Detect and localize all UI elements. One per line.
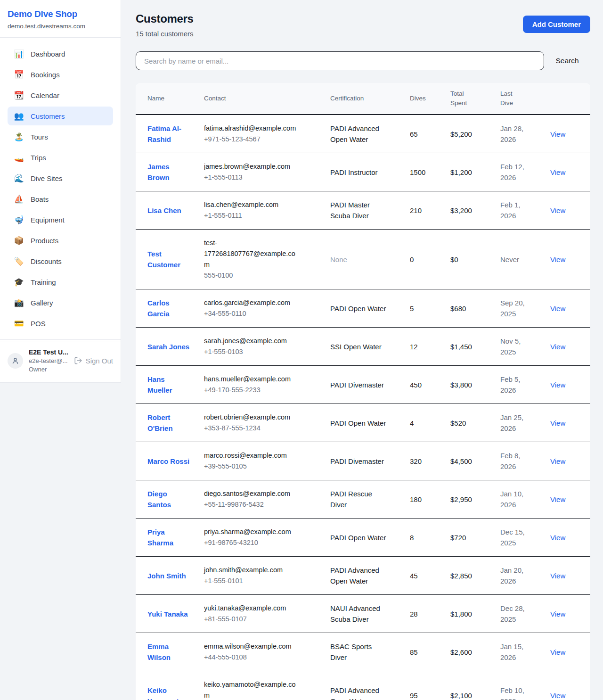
view-customer-link[interactable]: View xyxy=(550,206,565,214)
sidebar-item-label: Trips xyxy=(31,154,46,162)
table-row: Robert O'Brien robert.obrien@example.com… xyxy=(136,404,590,442)
sidebar-item-discounts[interactable]: 🏷️ Discounts xyxy=(8,252,113,271)
view-customer-link[interactable]: View xyxy=(550,305,565,313)
view-customer-link[interactable]: View xyxy=(550,572,565,580)
customer-name-link[interactable]: Lisa Chen xyxy=(147,206,181,214)
customer-total-spent: $680 xyxy=(450,289,500,328)
customer-last-dive: Jan 20, 2026 xyxy=(500,557,550,595)
view-customer-link[interactable]: View xyxy=(550,610,565,618)
customer-name-link[interactable]: Diego Santos xyxy=(147,490,171,509)
customer-email: lisa.chen@example.com xyxy=(204,199,299,210)
sidebar-item-label: Discounts xyxy=(31,257,62,265)
view-customer-link[interactable]: View xyxy=(550,457,565,465)
view-customer-link[interactable]: View xyxy=(550,534,565,542)
user-role: Owner xyxy=(29,366,72,373)
table-row: Hans Mueller hans.mueller@example.com +4… xyxy=(136,366,590,404)
customer-last-dive: Never xyxy=(500,230,550,289)
table-header-row: Name Contact Certification Dives Total S… xyxy=(136,83,590,115)
view-customer-link[interactable]: View xyxy=(550,343,565,351)
table-row: Lisa Chen lisa.chen@example.com +1-555-0… xyxy=(136,191,590,230)
view-customer-link[interactable]: View xyxy=(550,255,565,264)
table-row: Emma Wilson emma.wilson@example.com +44-… xyxy=(136,633,590,671)
sidebar-item-trips[interactable]: 🚤 Trips xyxy=(8,148,113,167)
customer-phone: +34-555-0110 xyxy=(204,308,299,319)
customer-name-link[interactable]: Marco Rossi xyxy=(147,457,189,465)
sidebar-item-calendar[interactable]: 📆 Calendar xyxy=(8,86,113,105)
customer-total-spent: $2,850 xyxy=(450,557,500,595)
customer-name-link[interactable]: John Smith xyxy=(147,572,186,580)
view-customer-link[interactable]: View xyxy=(550,130,565,138)
view-customer-link[interactable]: View xyxy=(550,495,565,503)
view-customer-link[interactable]: View xyxy=(550,168,565,176)
sidebar-item-products[interactable]: 📦 Products xyxy=(8,231,113,250)
customer-name-link[interactable]: Hans Mueller xyxy=(147,375,172,394)
customer-certification: PADI Master Scuba Diver xyxy=(330,191,410,230)
sidebar-item-tours[interactable]: 🏝️ Tours xyxy=(8,127,113,146)
customer-dives: 4 xyxy=(410,404,450,442)
sidebar-nav: 📊 Dashboard 📅 Bookings 📆 Calendar 👥 Cust… xyxy=(0,38,121,339)
customer-name-link[interactable]: James Brown xyxy=(147,163,170,181)
customer-dives: 65 xyxy=(410,115,450,153)
customer-last-dive: Dec 15, 2025 xyxy=(500,519,550,557)
customer-total-spent: $2,600 xyxy=(450,633,500,671)
view-customer-link[interactable]: View xyxy=(550,692,565,700)
customer-certification: PADI Advanced Open Water xyxy=(330,115,410,153)
customer-total-spent: $3,200 xyxy=(450,191,500,230)
table-row: Diego Santos diego.santos@example.com +5… xyxy=(136,480,590,519)
table-row: Fatima Al-Rashid fatima.alrashid@example… xyxy=(136,115,590,153)
customer-dives: 1500 xyxy=(410,153,450,191)
customer-name-link[interactable]: Keiko Yamamoto xyxy=(147,686,183,700)
customer-name-link[interactable]: Yuki Tanaka xyxy=(147,610,188,618)
customer-certification: BSAC Sports Diver xyxy=(330,633,410,671)
customer-total-spent: $720 xyxy=(450,519,500,557)
customer-certification: NAUI Advanced Scuba Diver xyxy=(330,595,410,633)
sign-out-button[interactable]: Sign Out xyxy=(74,356,113,365)
discounts-icon: 🏷️ xyxy=(13,256,24,266)
sidebar-item-pos[interactable]: 💳 POS xyxy=(8,314,113,333)
sidebar-item-bookings[interactable]: 📅 Bookings xyxy=(8,65,113,84)
customer-name-link[interactable]: Fatima Al-Rashid xyxy=(147,124,181,143)
customer-last-dive: Feb 1, 2026 xyxy=(500,191,550,230)
dive-sites-icon: 🌊 xyxy=(13,173,24,183)
customer-last-dive: Nov 5, 2025 xyxy=(500,328,550,366)
view-customer-link[interactable]: View xyxy=(550,648,565,656)
customer-name-link[interactable]: Emma Wilson xyxy=(147,642,171,661)
customer-dives: 85 xyxy=(410,633,450,671)
sidebar-item-label: Training xyxy=(31,278,56,286)
sign-out-label: Sign Out xyxy=(86,357,113,365)
customer-name-link[interactable]: Priya Sharma xyxy=(147,528,173,547)
customer-name-link[interactable]: Test Customer xyxy=(147,250,180,269)
user-info: E2E Test U... e2e-tester@... Owner xyxy=(29,348,72,373)
sidebar-item-boats[interactable]: ⛵ Boats xyxy=(8,189,113,208)
add-customer-button[interactable]: Add Customer xyxy=(523,16,590,33)
table-row: James Brown james.brown@example.com +1-5… xyxy=(136,153,590,191)
customer-last-dive: Dec 28, 2025 xyxy=(500,595,550,633)
customer-certification: PADI Rescue Diver xyxy=(330,480,410,519)
customer-phone: +81-555-0107 xyxy=(204,614,299,625)
view-customer-link[interactable]: View xyxy=(550,381,565,389)
sidebar: Demo Dive Shop demo.test.divestreams.com… xyxy=(0,0,121,383)
sidebar-item-dashboard[interactable]: 📊 Dashboard xyxy=(8,44,113,63)
customer-phone: +353-87-555-1234 xyxy=(204,423,299,434)
customer-dives: 320 xyxy=(410,442,450,480)
view-customer-link[interactable]: View xyxy=(550,419,565,427)
customer-dives: 95 xyxy=(410,671,450,700)
sidebar-item-equipment[interactable]: 🤿 Equipment xyxy=(8,210,113,229)
sidebar-item-training[interactable]: 🎓 Training xyxy=(8,272,113,291)
customer-certification: SSI Open Water xyxy=(330,328,410,366)
search-button[interactable]: Search xyxy=(544,57,590,65)
customer-total-spent: $1,200 xyxy=(450,153,500,191)
sidebar-item-gallery[interactable]: 📸 Gallery xyxy=(8,293,113,312)
customer-phone: +1-555-0111 xyxy=(204,210,299,221)
search-bar: Search xyxy=(136,51,590,70)
customer-name-link[interactable]: Sarah Jones xyxy=(147,343,189,351)
search-input[interactable] xyxy=(136,51,544,70)
customer-count: 15 total customers xyxy=(136,30,194,38)
sidebar-item-customers[interactable]: 👥 Customers xyxy=(8,107,113,125)
customer-name-link[interactable]: Carlos Garcia xyxy=(147,299,170,318)
sidebar-footer-divider xyxy=(0,339,121,340)
customer-total-spent: $0 xyxy=(450,230,500,289)
sidebar-item-dive-sites[interactable]: 🌊 Dive Sites xyxy=(8,169,113,188)
customer-name-link[interactable]: Robert O'Brien xyxy=(147,413,173,432)
customer-dives: 45 xyxy=(410,557,450,595)
